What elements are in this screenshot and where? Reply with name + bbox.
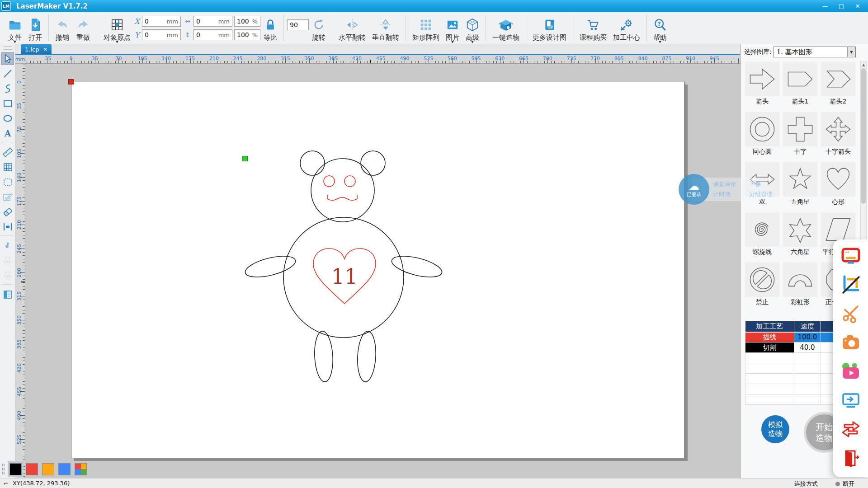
- open-button[interactable]: 打开: [25, 14, 45, 42]
- buy-course-button[interactable]: 课程购买: [576, 14, 610, 42]
- height-percent-input[interactable]: 100%: [234, 29, 260, 40]
- file-button[interactable]: 文件▼: [5, 14, 25, 42]
- scrollbar-thumb[interactable]: [861, 68, 866, 204]
- undo-button[interactable]: 撤销: [52, 14, 73, 42]
- process-name[interactable]: 描线: [745, 332, 794, 343]
- library-select[interactable]: 1. 基本图形 ▼: [774, 47, 856, 57]
- select-tool[interactable]: [1, 52, 14, 65]
- video-record-icon[interactable]: [841, 361, 861, 381]
- shape-tile-rainbow[interactable]: 彩虹形: [783, 263, 817, 306]
- title-bar[interactable]: LM LaserMaker V1.7.2 — □ ✕: [0, 0, 868, 12]
- y-position-input[interactable]: 0mm: [142, 29, 181, 40]
- line-tool[interactable]: [1, 67, 14, 80]
- swatch-grip[interactable]: [2, 464, 5, 474]
- shape-tile-star6[interactable]: 六角星: [783, 212, 817, 256]
- canvas-workspace[interactable]: mm -350357010514017521024528031535038542…: [15, 55, 740, 478]
- flip-vertical-button[interactable]: 垂直翻转: [369, 14, 402, 42]
- scissors-icon[interactable]: [841, 304, 861, 324]
- orange-swatch[interactable]: [42, 463, 54, 475]
- lock-aspect-button[interactable]: 等比: [260, 14, 280, 42]
- shape-tile-cross[interactable]: 十字: [783, 112, 817, 156]
- process-name[interactable]: 切割: [745, 343, 794, 353]
- spline-tool[interactable]: [1, 82, 14, 95]
- width-input[interactable]: 0mm: [193, 16, 232, 27]
- image-button[interactable]: 图片▼: [443, 14, 462, 42]
- speed-value[interactable]: 100.0: [794, 332, 821, 343]
- screen-share-icon[interactable]: [841, 246, 861, 266]
- menu-item-class-end[interactable]: 下课: [749, 180, 773, 188]
- ellipse-tool[interactable]: [1, 112, 14, 125]
- height-input[interactable]: 0mm: [193, 29, 232, 40]
- speed-value[interactable]: 40.0: [794, 343, 821, 353]
- shape-tile-heart[interactable]: 心形: [821, 162, 855, 206]
- close-button[interactable]: ✕: [852, 2, 863, 11]
- bear-drawing[interactable]: 11: [71, 82, 685, 459]
- object-origin-handle[interactable]: [242, 156, 248, 161]
- tab-close-icon[interactable]: ✕: [43, 47, 47, 52]
- cloud-login-badge[interactable]: ☁ 已登录: [679, 174, 709, 205]
- menu-item-evaluation[interactable]: 课堂评价: [713, 180, 736, 188]
- simulate-make-button[interactable]: 模拟造物: [761, 415, 789, 443]
- bear-mouth[interactable]: [327, 195, 357, 201]
- minimize-button[interactable]: —: [819, 2, 831, 11]
- shape-tile-concentric[interactable]: 同心圆: [745, 112, 779, 156]
- bear-right-ear[interactable]: [361, 151, 385, 175]
- swap-icon[interactable]: [841, 419, 861, 439]
- rotate-angle-input[interactable]: 90: [287, 19, 309, 30]
- crop-icon[interactable]: [841, 275, 861, 295]
- shape-tile-arrow-pent[interactable]: 箭头1: [783, 62, 817, 106]
- bear-right-eye[interactable]: [344, 176, 355, 187]
- bear-left-ear[interactable]: [300, 151, 325, 175]
- rect-tool[interactable]: [1, 97, 14, 110]
- tab-1lcp[interactable]: 1.lcp ✕: [21, 44, 52, 54]
- distribute-tool[interactable]: [1, 221, 14, 233]
- menu-item-groups[interactable]: 分组管理: [749, 190, 773, 198]
- bear-left-leg[interactable]: [313, 331, 334, 382]
- blue-swatch[interactable]: [58, 463, 71, 475]
- bear-left-arm[interactable]: [243, 252, 297, 281]
- redo-button[interactable]: 重做: [73, 14, 94, 42]
- work-page[interactable]: 11: [71, 82, 685, 458]
- shape-tile-arrow-chev[interactable]: 箭头2: [821, 62, 855, 106]
- bear-right-arm[interactable]: [390, 252, 444, 281]
- black-swatch[interactable]: [9, 463, 22, 475]
- shape-tile-no-sign[interactable]: 禁止: [745, 263, 779, 306]
- fill-drop-tool[interactable]: [1, 239, 14, 252]
- node-edit-tool[interactable]: [1, 191, 14, 203]
- bear-right-leg[interactable]: [356, 331, 377, 382]
- menu-item-timer[interactable]: 计时器: [713, 190, 736, 198]
- help-button[interactable]: ? 帮助▼: [650, 14, 670, 42]
- rotate-button[interactable]: 旋转: [309, 14, 329, 42]
- toolbar-grip[interactable]: [3, 46, 12, 50]
- origin-handle[interactable]: [68, 79, 74, 84]
- rect-array-button[interactable]: 矩形阵列: [409, 14, 443, 42]
- cast-icon[interactable]: [841, 390, 861, 410]
- chevron-down-icon[interactable]: ▼: [847, 47, 855, 57]
- camera-icon[interactable]: [841, 333, 861, 352]
- width-percent-input[interactable]: 100%: [234, 16, 260, 27]
- more-designs-button[interactable]: 更多设计图: [529, 14, 570, 42]
- x-position-input[interactable]: 0mm: [142, 16, 181, 27]
- drop-tool-2[interactable]: [1, 269, 14, 282]
- bear-left-eye[interactable]: [324, 176, 335, 187]
- measure-tool[interactable]: [1, 146, 14, 159]
- red-swatch[interactable]: [26, 463, 38, 475]
- text-tool[interactable]: A: [1, 127, 14, 140]
- shape-tile-spiral[interactable]: 螺旋线: [745, 212, 779, 256]
- shape-tile-star5[interactable]: 五角星: [783, 162, 817, 206]
- scroll-up-icon[interactable]: ▲: [861, 61, 866, 68]
- maximize-button[interactable]: □: [835, 2, 847, 11]
- process-center-button[interactable]: 加工中心: [610, 14, 643, 42]
- panels-tool[interactable]: [1, 288, 14, 301]
- shape-tile-arrow-right[interactable]: 箭头: [745, 62, 779, 106]
- exit-icon[interactable]: [841, 448, 861, 468]
- bear-head[interactable]: [311, 159, 374, 222]
- grid-tool[interactable]: [1, 161, 14, 174]
- object-origin-button[interactable]: 对象原点▼: [100, 14, 134, 42]
- flip-horizontal-button[interactable]: 水平翻转: [335, 14, 369, 42]
- advanced-button[interactable]: 高级▼: [462, 14, 482, 42]
- shape-tile-cross-arrows[interactable]: 十字箭头: [821, 112, 855, 156]
- one-key-make-button[interactable]: 一键造物: [489, 14, 523, 42]
- eraser-tool[interactable]: [1, 206, 14, 218]
- drop-tool-1[interactable]: [1, 254, 14, 267]
